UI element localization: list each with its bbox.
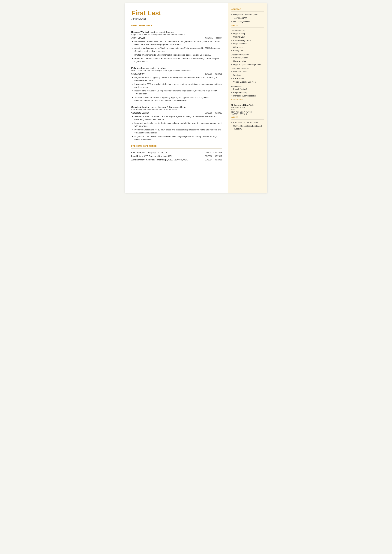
skill-contract-negotiation: Contract Negotiation <box>231 39 264 42</box>
education-heading: EDUCATION <box>231 99 264 101</box>
bullet-2-3: Reduced the reliance of 15 corporations … <box>134 89 222 95</box>
tool-westlaw: Westlaw <box>231 74 264 77</box>
skill-client-care: Client care <box>231 46 264 49</box>
prev-exp-rest-2: XYZ Company, New York, USA <box>144 155 172 157</box>
prev-exp-row-1: Law Clerk, ABC Company, London, UK 06/20… <box>131 151 222 154</box>
other-section: OTHER Certified Civil Trial Advocate. Ce… <box>231 116 264 130</box>
work-experience-heading: WORK EXPERIENCE <box>131 24 222 27</box>
company-name-3: Growthsi, <box>131 106 142 108</box>
technical-skills-list: Legal Writing Criminal Law Contract Nego… <box>231 32 264 52</box>
job-resume-worded: Resume Worded, London, United Kingdom Le… <box>131 31 222 63</box>
company-name-row: Resume Worded, London, United Kingdom <box>131 31 222 34</box>
bullet-2-2: Implemented 60% of a global intellectual… <box>134 83 222 89</box>
candidate-title: Junior Lawyer <box>131 17 222 20</box>
technical-skills-label: Technical Skills: <box>231 29 264 32</box>
prev-exp-row-3: Administrative Assistant (Internship), A… <box>131 158 222 161</box>
skills-heading: SKILLS <box>231 24 264 26</box>
edu-location: New York City, New York <box>231 111 264 113</box>
skill-family-law: Family Law <box>231 49 264 52</box>
bullet-list-2: Negotiated with 12 opposing parties to a… <box>131 76 222 102</box>
previous-experience-section: PREVIOUS EXPERIENCE Law Clerk, ABC Compa… <box>131 145 222 161</box>
prev-exp-bold-1: Law Clerk, <box>131 151 142 154</box>
education-section: EDUCATION University of New York Bachelo… <box>231 99 264 115</box>
bullet-1-1: Represented a national lender to acquire… <box>134 40 222 46</box>
industry-knowledge-list: Criminal Defense Conveyancing Legal Anal… <box>231 56 264 66</box>
prev-exp-dates-3: 07/2014 – 05/2015 <box>205 158 222 161</box>
tool-verdict-systems: Verdict Systems Sanction <box>231 81 264 84</box>
other-item-1: Certified Civil Trial Advocate. <box>231 121 264 124</box>
bullet-1-3: Drafted amendments to 13 commercial shop… <box>134 54 222 56</box>
other-list: Certified Civil Trial Advocate. Certifie… <box>231 121 264 130</box>
language-french: French (Native) <box>231 88 264 91</box>
contact-list: Hampshire, United Kingdom +44 123456789 … <box>231 14 264 23</box>
skill-criminal-law: Criminal Law <box>231 36 264 39</box>
languages-list: French (Native) English (Native) Mandari… <box>231 88 264 98</box>
contact-email: first.last@gmail.com <box>231 20 264 23</box>
skill-conveyancing: Conveyancing <box>231 60 264 63</box>
company-desc-2: NYSE-listed firm that provides pro bono … <box>131 70 222 72</box>
prev-exp-left-2: Legal Intern, XYZ Company, New York, USA <box>131 155 203 158</box>
company-name-1: Resume Worded, <box>131 31 149 33</box>
bullet-list-1: Represented a national lender to acquire… <box>131 40 222 63</box>
bullet-2-4: Advised 14 senior executives regarding l… <box>134 96 222 102</box>
role-row-1: Junior Lawyer 02/2021 – Present <box>131 36 222 39</box>
contact-heading: CONTACT <box>231 8 264 10</box>
role-title-1: Junior Lawyer <box>131 36 145 39</box>
tool-microsoft-office: Microsoft Office <box>231 70 264 73</box>
education-divider <box>231 102 264 102</box>
other-heading: OTHER <box>231 116 264 118</box>
company-suffix-1: London, United Kingdom <box>149 31 174 33</box>
role-row-2: Staff Attorney 10/2019 – 01/2021 <box>131 72 222 75</box>
contact-phone: +44 123456789 <box>231 17 264 20</box>
prev-exp-left-3: Administrative Assistant (Internship), A… <box>131 158 203 161</box>
tools-software-label: Tools and Software: <box>231 68 264 70</box>
industry-knowledge-label: Industry Knowledge: <box>231 54 264 56</box>
language-english: English (Native) <box>231 91 264 94</box>
work-experience-section: WORK EXPERIENCE Resume Worded, London, U… <box>131 24 222 141</box>
previous-experience-table: Law Clerk, ABC Company, London, UK 06/20… <box>131 151 222 161</box>
prev-exp-bold-2: Legal Intern, <box>131 155 144 157</box>
skill-legal-writing: Legal Writing <box>231 32 264 35</box>
bullet-1-2: Assisted lead counsel in drafting loan d… <box>134 47 222 53</box>
contact-divider <box>231 11 264 12</box>
bullet-1-4: Prepared 17 contracts worth $40M for the… <box>134 57 222 63</box>
skill-legal-research: Legal Research <box>231 42 264 45</box>
bullet-list-3: Assisted in anti-competitive practices d… <box>131 115 222 141</box>
company-suffix-3: London, United Kingdom & Barcelona, Spai… <box>141 106 186 108</box>
bullet-3-1: Assisted in anti-competitive practices d… <box>134 115 222 121</box>
prev-exp-bold-3: Administrative Assistant (Internship), <box>131 159 168 161</box>
role-title-3: Corporate Lawyer <box>131 112 149 114</box>
skill-criminal-defense: Criminal Defense <box>231 56 264 59</box>
languages-label: Languages: <box>231 85 264 87</box>
company-name-row-3: Growthsi, London, United Kingdom & Barce… <box>131 106 222 108</box>
role-dates-3: 06/2018 – 09/2019 <box>205 112 222 114</box>
candidate-name: First Last <box>131 9 222 17</box>
previous-experience-divider <box>131 148 222 149</box>
previous-experience-heading: PREVIOUS EXPERIENCE <box>131 145 222 147</box>
bullet-3-3: Prepared applications for 12 court cases… <box>134 128 222 134</box>
role-dates-2: 10/2019 – 01/2021 <box>205 73 222 75</box>
skills-section: SKILLS Technical Skills: Legal Writing C… <box>231 24 264 98</box>
bullet-3-4: Negotiated a $70 million acquisition wit… <box>134 135 222 141</box>
language-mandarin: Mandarin (Conversational) <box>231 95 264 98</box>
bullet-2-1: Negotiated with 12 opposing parties to a… <box>134 76 222 82</box>
other-item-2: Certified Specialist in Estate and Trust… <box>231 125 264 130</box>
prev-exp-rest-1: ABC Company, London, UK <box>142 151 168 154</box>
resume-header: First Last Junior Lawyer <box>131 9 222 20</box>
contact-section: CONTACT Hampshire, United Kingdom +44 12… <box>231 8 264 23</box>
prev-exp-dates-1: 06/2017 – 05/2018 <box>205 151 222 154</box>
role-dates-1: 02/2021 – Present <box>205 37 222 39</box>
tool-idea-trialpro: IDEA TrialPro <box>231 77 264 80</box>
company-name-row-2: Polyhire, London, United Kingdom <box>131 67 222 70</box>
job-growthsi: Growthsi, London, United Kingdom & Barce… <box>131 106 222 141</box>
prev-exp-rest-3: ABC, New York, USA <box>168 159 188 161</box>
edu-dates: 10/2011 - 06/2014 <box>231 113 264 115</box>
bullet-3-2: Managed public relations for the tobacco… <box>134 122 222 128</box>
contact-location: Hampshire, United Kingdom <box>231 14 264 16</box>
prev-exp-dates-2: 06/2016 – 05/2017 <box>205 155 222 158</box>
edu-school: University of New York <box>231 104 264 106</box>
company-suffix-2: London, United Kingdom <box>141 67 166 69</box>
company-desc-1: Legal startup with 10 employees and $30m… <box>131 34 222 36</box>
company-name-2: Polyhire, <box>131 67 141 69</box>
role-title-2: Staff Attorney <box>131 72 145 75</box>
